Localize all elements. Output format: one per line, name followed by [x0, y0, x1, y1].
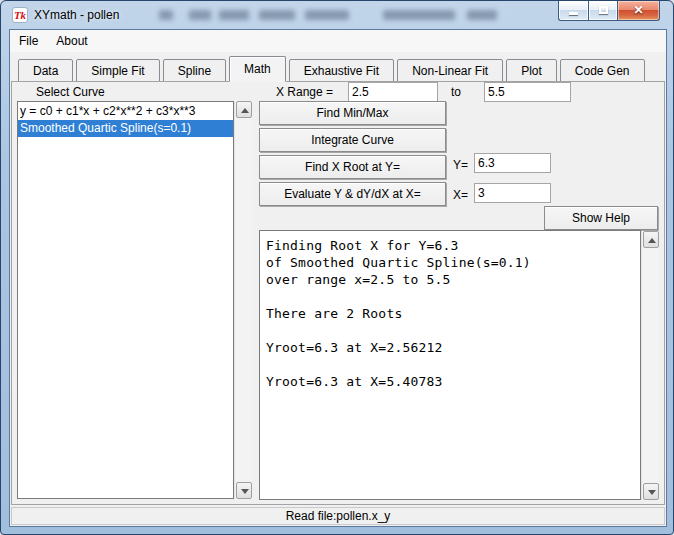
x-range-from-input[interactable]	[348, 82, 438, 102]
scroll-up-button[interactable]	[236, 101, 252, 118]
menu-file[interactable]: File	[10, 31, 47, 51]
menu-bar: File About	[10, 30, 666, 52]
evaluate-button[interactable]: Evaluate Y & dY/dX at X=	[259, 182, 446, 206]
title-bar[interactable]: Tk XYmath - pollen ✕	[1, 1, 673, 29]
integrate-curve-button[interactable]: Integrate Curve	[259, 128, 446, 152]
status-bar: Read file:pollen.x_y	[11, 507, 665, 525]
tab-exhaustive-fit[interactable]: Exhaustive Fit	[289, 59, 394, 82]
app-window: Tk XYmath - pollen ✕ File About Data Sim…	[0, 0, 674, 535]
result-output-text[interactable]: Finding Root X for Y=6.3 of Smoothed Qua…	[259, 230, 641, 500]
y-field-label: Y=	[453, 158, 468, 172]
x-range-to-input[interactable]	[484, 82, 571, 102]
scroll-up-button[interactable]	[643, 231, 659, 248]
curve-listbox[interactable]: y = c0 + c1*x + c2*x**2 + c3*x**3 Smooth…	[17, 101, 234, 499]
curve-list-scrollbar[interactable]	[234, 101, 252, 499]
tab-plot[interactable]: Plot	[506, 59, 557, 82]
output-scrollbar[interactable]	[641, 231, 659, 500]
x-value-input[interactable]	[474, 183, 551, 203]
find-x-root-button[interactable]: Find X Root at Y=	[259, 155, 446, 179]
find-min-max-button[interactable]: Find Min/Max	[259, 101, 446, 125]
x-field-label: X=	[453, 188, 468, 202]
maximize-button[interactable]	[588, 1, 618, 21]
window-title: XYmath - pollen	[34, 8, 119, 22]
minimize-icon	[569, 12, 578, 15]
y-value-input[interactable]	[474, 153, 551, 173]
x-range-to-label: to	[451, 85, 461, 99]
curve-list-item[interactable]: y = c0 + c1*x + c2*x**2 + c3*x**3	[18, 103, 233, 120]
tab-data[interactable]: Data	[18, 59, 73, 82]
minimize-button[interactable]	[558, 1, 588, 21]
triangle-down-icon	[648, 490, 656, 495]
triangle-up-icon	[241, 108, 249, 113]
tab-code-gen[interactable]: Code Gen	[560, 59, 645, 82]
maximize-icon	[599, 6, 608, 14]
triangle-up-icon	[648, 238, 656, 243]
close-icon: ✕	[618, 3, 659, 17]
window-controls: ✕	[558, 1, 660, 21]
curve-list-item-selected[interactable]: Smoothed Quartic Spline(s=0.1)	[18, 120, 233, 137]
close-button[interactable]: ✕	[618, 1, 660, 21]
x-range-label: X Range =	[276, 85, 333, 99]
select-curve-label: Select Curve	[36, 85, 105, 99]
tab-spline[interactable]: Spline	[163, 59, 226, 82]
tab-simple-fit[interactable]: Simple Fit	[76, 59, 159, 82]
tab-math[interactable]: Math	[229, 56, 286, 82]
show-help-button[interactable]: Show Help	[544, 206, 658, 230]
tk-app-icon: Tk	[12, 7, 28, 23]
triangle-down-icon	[241, 489, 249, 494]
scroll-down-button[interactable]	[236, 482, 252, 499]
tab-non-linear-fit[interactable]: Non-Linear Fit	[397, 59, 503, 82]
scroll-down-button[interactable]	[643, 483, 659, 500]
status-text: Read file:pollen.x_y	[286, 509, 391, 523]
menu-about[interactable]: About	[47, 31, 96, 51]
tab-bar: Data Simple Fit Spline Math Exhaustive F…	[18, 58, 648, 82]
